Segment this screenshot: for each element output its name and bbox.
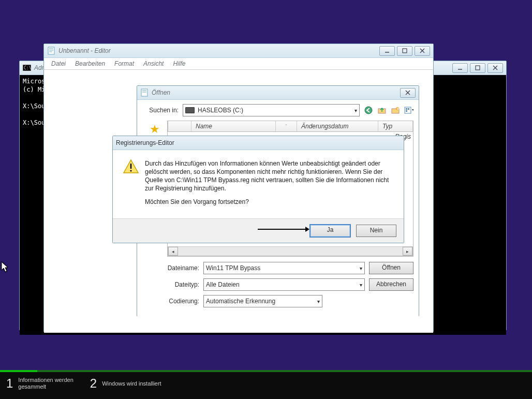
col-spacer[interactable] [168, 121, 191, 131]
minimize-button[interactable] [452, 63, 468, 73]
messagebox-title: Registrierungs-Editor [116, 139, 401, 146]
no-button[interactable]: Nein [356, 225, 396, 237]
encoding-value: Automatische Erkennung [206, 298, 275, 305]
mouse-cursor-icon [1, 261, 9, 274]
editor-titlebar[interactable]: Unbenannt - Editor [44, 44, 433, 58]
close-button[interactable] [415, 46, 430, 56]
filetype-value: Alle Dateien [206, 281, 240, 288]
notepad-icon [140, 88, 149, 97]
filetype-dropdown[interactable]: Alle Dateien ▾ [203, 278, 365, 291]
annotation-arrow-icon [258, 226, 309, 234]
svg-text:✦: ✦ [396, 107, 400, 111]
chevron-down-icon: ▾ [359, 282, 362, 288]
scroll-right-icon[interactable]: ▸ [403, 247, 412, 256]
maximize-button[interactable] [397, 46, 412, 56]
progress-track [0, 370, 532, 372]
maximize-button[interactable] [470, 63, 485, 73]
open-dialog-title: Öffnen [152, 89, 400, 96]
step-number: 1 [6, 376, 13, 391]
svg-text:C:\: C:\ [24, 66, 31, 70]
open-dialog-titlebar[interactable]: Öffnen [137, 86, 419, 100]
menu-view[interactable]: Ansicht [139, 59, 168, 68]
editor-title: Unbenannt - Editor [58, 47, 379, 54]
messagebox-titlebar[interactable]: Registrierungs-Editor [113, 136, 404, 150]
lookin-dropdown[interactable]: HASLEOBS (C:) ▾ [183, 104, 360, 116]
menu-format[interactable]: Format [110, 59, 138, 68]
step-label: Informationen werden gesammelt [18, 377, 73, 390]
chevron-down-icon: ▾ [317, 299, 320, 304]
svg-rect-3 [476, 66, 480, 70]
svg-point-30 [130, 170, 131, 171]
menu-help[interactable]: Hilfe [169, 59, 189, 68]
open-button[interactable]: Öffnen [369, 262, 413, 274]
menu-file[interactable]: Datei [47, 59, 70, 68]
svg-point-19 [365, 107, 372, 114]
filename-label: Dateiname: [142, 264, 199, 272]
filename-input[interactable]: Win11 TPM Bypass ▾ [203, 262, 365, 274]
svg-rect-26 [408, 108, 409, 110]
setup-step-2: 2 Windows wird installiert [90, 376, 161, 391]
filetype-label: Dateityp: [142, 281, 199, 288]
encoding-dropdown[interactable]: Automatische Erkennung ▾ [203, 295, 322, 307]
warning-icon [123, 159, 138, 174]
cancel-button[interactable]: Abbrechen [369, 278, 413, 291]
progress-fill [0, 370, 37, 372]
col-name[interactable]: Name [191, 121, 276, 131]
svg-rect-24 [405, 107, 411, 113]
up-folder-icon[interactable] [377, 106, 387, 115]
yes-button[interactable]: Ja [309, 224, 351, 238]
desktop: C:\ Administrator Microsoft Windows (c) … [0, 0, 532, 399]
favorites-icon[interactable]: ★ [150, 123, 160, 136]
step-label: Windows wird installiert [102, 380, 161, 387]
sort-indicator-icon[interactable]: ˆ [276, 121, 297, 131]
close-button[interactable] [400, 88, 416, 98]
drive-icon [185, 107, 195, 113]
horizontal-scrollbar[interactable]: ◂ ▸ [168, 246, 413, 256]
column-headers: Name ˆ Änderungsdatum Typ [168, 121, 413, 132]
menu-edit[interactable]: Bearbeiten [71, 59, 109, 68]
minimize-button[interactable] [379, 46, 395, 56]
editor-menubar: Datei Bearbeiten Format Ansicht Hilfe [44, 58, 433, 70]
scroll-left-icon[interactable]: ◂ [168, 247, 178, 256]
filename-value: Win11 TPM Bypass [206, 264, 260, 272]
svg-rect-27 [406, 110, 407, 112]
setup-step-1: 1 Informationen werden gesammelt [6, 376, 73, 391]
chevron-down-icon: ▾ [354, 108, 357, 113]
svg-rect-25 [406, 108, 407, 110]
view-menu-icon[interactable] [404, 106, 413, 115]
svg-rect-11 [403, 49, 407, 53]
new-folder-icon[interactable]: ✦ [391, 106, 400, 115]
step-number: 2 [90, 376, 97, 391]
messagebox-text: Durch das Hinzufügen von Informationen k… [145, 159, 393, 211]
col-type[interactable]: Typ [378, 121, 413, 131]
close-button[interactable] [487, 63, 503, 73]
cmd-icon: C:\ [23, 64, 31, 72]
svg-rect-14 [141, 89, 147, 96]
back-icon[interactable] [364, 106, 373, 115]
encoding-label: Codierung: [142, 298, 199, 305]
lookin-value: HASLEOBS (C:) [198, 107, 243, 114]
notepad-icon [47, 47, 55, 55]
chevron-down-icon: ▾ [359, 265, 362, 271]
setup-progress-bar: 1 Informationen werden gesammelt 2 Windo… [0, 370, 532, 399]
svg-rect-6 [48, 47, 54, 54]
lookin-label: Suchen in: [142, 107, 179, 114]
messagebox: Registrierungs-Editor Durch das Hinzufüg… [112, 136, 404, 243]
col-date[interactable]: Änderungsdatum [297, 121, 378, 131]
